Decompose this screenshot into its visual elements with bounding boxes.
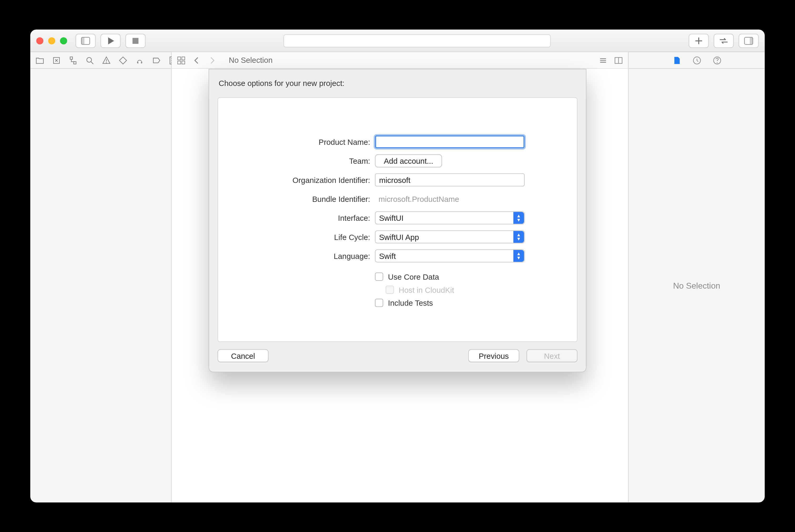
svg-rect-1 xyxy=(81,37,84,44)
cancel-button[interactable]: Cancel xyxy=(217,349,268,362)
bundle-id-label: Bundle Identifier: xyxy=(233,194,370,204)
team-label: Team: xyxy=(233,156,370,165)
include-tests-row: Include Tests xyxy=(375,296,562,309)
use-core-data-row: Use Core Data xyxy=(375,270,562,283)
toggle-inspector-button[interactable] xyxy=(738,33,759,48)
window-body: No Selection No Selection Choose options… xyxy=(30,52,764,502)
sheet-title: Choose options for your new project: xyxy=(217,78,578,90)
run-button[interactable] xyxy=(100,33,121,48)
related-items-icon[interactable] xyxy=(176,55,186,65)
team-row: Team: Add account... xyxy=(233,152,562,169)
library-button[interactable] xyxy=(688,33,709,48)
activity-area xyxy=(150,34,684,47)
adjust-editor-icon[interactable] xyxy=(614,55,623,65)
svg-rect-15 xyxy=(182,57,185,59)
chevron-up-down-icon: ▲▼ xyxy=(513,250,524,262)
play-icon xyxy=(106,36,115,45)
activity-viewer xyxy=(283,34,551,47)
inspector-tabs xyxy=(629,52,765,69)
svg-rect-3 xyxy=(132,38,138,44)
code-review-button[interactable] xyxy=(714,33,734,48)
editor-options-icon[interactable] xyxy=(598,55,608,65)
xcode-window: No Selection No Selection Choose options… xyxy=(30,30,764,502)
minimize-window-button[interactable] xyxy=(48,37,55,44)
test-icon[interactable] xyxy=(118,55,128,65)
svg-rect-14 xyxy=(178,57,181,59)
toggle-navigator-button[interactable] xyxy=(75,33,96,48)
chevron-up-down-icon: ▲▼ xyxy=(513,231,524,243)
help-inspector-icon[interactable] xyxy=(712,55,722,65)
org-id-input[interactable] xyxy=(375,173,525,186)
jump-bar-path: No Selection xyxy=(223,51,279,70)
debug-icon[interactable] xyxy=(135,55,144,65)
stop-button[interactable] xyxy=(126,33,146,48)
svg-point-21 xyxy=(716,62,717,63)
forward-icon[interactable] xyxy=(207,55,217,65)
back-icon[interactable] xyxy=(192,55,201,65)
bundle-id-value: microsoft.ProductName xyxy=(375,194,459,204)
issue-icon[interactable] xyxy=(102,55,111,65)
symbols-icon[interactable] xyxy=(68,55,78,65)
use-core-data-checkbox[interactable] xyxy=(375,272,383,281)
titlebar xyxy=(30,30,764,52)
inspector-pane: No Selection xyxy=(628,52,765,502)
product-name-input[interactable] xyxy=(375,135,525,149)
window-controls xyxy=(36,37,67,44)
right-toolbar-group xyxy=(688,33,759,48)
include-tests-label: Include Tests xyxy=(388,298,433,307)
sidebar-right-icon xyxy=(744,36,754,45)
sidebar-left-icon xyxy=(81,36,90,45)
navigator-tabs xyxy=(30,52,171,69)
product-name-row: Product Name: xyxy=(233,134,562,150)
svg-rect-7 xyxy=(70,57,73,59)
language-row: Language: Swift ▲▼ xyxy=(233,248,562,264)
svg-point-10 xyxy=(106,62,107,63)
language-select[interactable]: Swift ▲▼ xyxy=(375,249,525,263)
language-value: Swift xyxy=(379,251,396,261)
svg-marker-2 xyxy=(108,37,114,44)
lifecycle-label: Life Cycle: xyxy=(233,232,370,241)
next-button: Next xyxy=(526,349,577,362)
interface-row: Interface: SwiftUI ▲▼ xyxy=(233,209,562,226)
product-name-label: Product Name: xyxy=(233,137,370,147)
source-control-icon[interactable] xyxy=(52,55,61,65)
stop-icon xyxy=(131,36,140,45)
interface-value: SwiftUI xyxy=(379,213,403,222)
close-window-button[interactable] xyxy=(36,37,43,44)
folder-icon[interactable] xyxy=(35,55,44,65)
editor-jump-bar: No Selection xyxy=(172,52,628,69)
svg-rect-16 xyxy=(178,61,181,63)
include-tests-checkbox[interactable] xyxy=(375,299,383,307)
navigator-pane xyxy=(30,52,172,502)
previous-button[interactable]: Previous xyxy=(468,349,519,362)
svg-rect-17 xyxy=(182,61,185,63)
arrows-left-right-icon xyxy=(719,36,728,45)
zoom-window-button[interactable] xyxy=(60,37,67,44)
plus-icon xyxy=(694,36,703,45)
svg-rect-8 xyxy=(74,61,76,63)
sheet-button-bar: Cancel Previous Next xyxy=(217,349,578,362)
host-cloudkit-row: Host in CloudKit xyxy=(386,283,562,297)
file-inspector-icon[interactable] xyxy=(672,55,681,65)
use-core-data-label: Use Core Data xyxy=(388,272,439,281)
find-icon[interactable] xyxy=(85,55,94,65)
interface-label: Interface: xyxy=(233,213,370,222)
chevron-up-down-icon: ▲▼ xyxy=(513,212,524,224)
run-stop-group xyxy=(100,33,146,48)
inspector-no-selection: No Selection xyxy=(673,281,720,290)
host-cloudkit-label: Host in CloudKit xyxy=(399,285,454,294)
breakpoint-icon[interactable] xyxy=(151,55,161,65)
history-inspector-icon[interactable] xyxy=(692,55,701,65)
lifecycle-value: SwiftUI App xyxy=(379,232,419,241)
new-project-options-sheet: Choose options for your new project: Pro… xyxy=(208,69,586,373)
inspector-body: No Selection xyxy=(629,69,765,502)
svg-point-9 xyxy=(87,57,92,62)
host-cloudkit-checkbox xyxy=(386,286,394,294)
lifecycle-select[interactable]: SwiftUI App ▲▼ xyxy=(375,230,525,243)
lifecycle-row: Life Cycle: SwiftUI App ▲▼ xyxy=(233,229,562,245)
org-id-label: Organization Identifier: xyxy=(233,175,370,184)
add-account-button[interactable]: Add account... xyxy=(375,154,442,167)
bundle-id-row: Bundle Identifier: microsoft.ProductName xyxy=(233,191,562,207)
form-area: Product Name: Team: Add account... Organ… xyxy=(217,97,578,342)
interface-select[interactable]: SwiftUI ▲▼ xyxy=(375,211,525,225)
